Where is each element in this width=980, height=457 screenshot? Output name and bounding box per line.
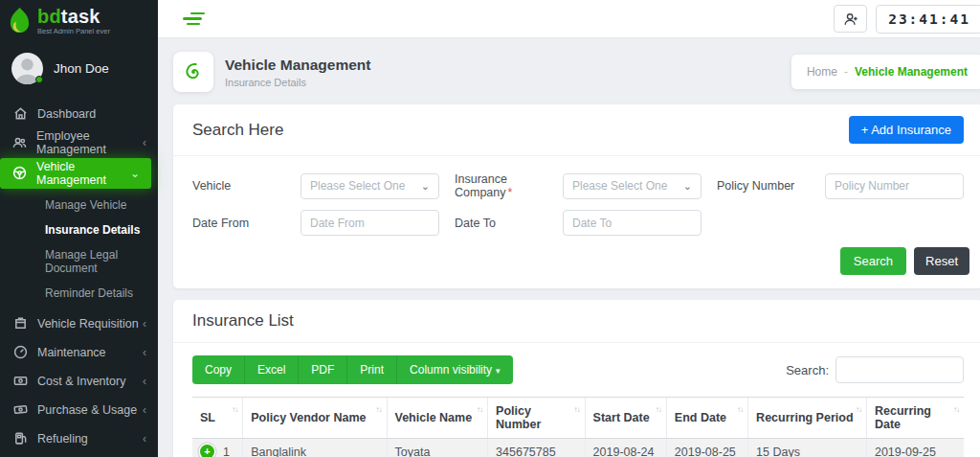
submenu-item-reminder-details[interactable]: Reminder Details <box>0 281 158 306</box>
table-header-row: SL↑↓ Policy Vendor Name↑↓ Vehicle Name↑↓… <box>192 398 964 439</box>
header-end-date[interactable]: End Date↑↓ <box>666 398 747 439</box>
insurance-company-select[interactable]: Please Select One ⌄ <box>563 173 702 199</box>
pdf-button[interactable]: PDF <box>299 355 347 384</box>
breadcrumb-current: Vehicle Management <box>855 65 968 79</box>
date-to-label: Date To <box>455 217 563 230</box>
header-sl[interactable]: SL↑↓ <box>192 398 243 439</box>
reset-button[interactable]: Reset <box>914 247 969 275</box>
brand-logo: bdtask Best Admin Panel ever <box>0 0 158 41</box>
page-header: Vehicle Management Insurance Details Hom… <box>173 52 980 92</box>
header-start-date[interactable]: Start Date↑↓ <box>585 398 666 439</box>
sidebar-toggle-hamburger-icon[interactable] <box>183 12 205 26</box>
search-form: Vehicle Please Select One ⌄ Insurance Co… <box>173 156 980 241</box>
home-icon <box>12 106 28 122</box>
sort-icon: ↑↓ <box>737 405 743 414</box>
add-user-button[interactable] <box>834 5 867 33</box>
submenu-item-manage-vehicle[interactable]: Manage Vehicle <box>0 193 158 217</box>
user-name: Jhon Doe <box>54 61 109 76</box>
search-panel: Search Here + Add Insurance Vehicle Plea… <box>173 104 980 288</box>
sort-icon: ↑↓ <box>953 405 959 414</box>
clock-time: 23:41:41 <box>888 11 970 27</box>
breadcrumb-home-link[interactable]: Home <box>807 65 837 79</box>
fuel-pump-icon <box>12 431 28 446</box>
header-vehicle-name[interactable]: Vehicle Name↑↓ <box>387 398 488 439</box>
sidebar: bdtask Best Admin Panel ever Jhon Doe <box>0 0 158 457</box>
chevron-down-icon: ⌄ <box>683 180 692 193</box>
add-insurance-button[interactable]: + Add Insurance <box>849 116 964 144</box>
sidebar-item-maintenance[interactable]: Maintenance ‹ <box>0 338 158 367</box>
app-root: bdtask Best Admin Panel ever Jhon Doe <box>0 0 980 457</box>
chevron-left-icon: ‹ <box>143 376 146 387</box>
gauge-icon <box>12 345 28 360</box>
online-status-dot <box>35 76 43 83</box>
table-search-label: Search: <box>786 363 829 377</box>
banknote-icon <box>12 374 28 389</box>
required-asterisk: * <box>508 186 513 199</box>
export-button-group: Copy Excel PDF Print Column visibility▾ <box>192 355 513 384</box>
vehicle-management-submenu: Manage Vehicle Insurance Details Manage … <box>0 190 158 309</box>
digital-clock: 23:41:41 <box>876 5 980 34</box>
sort-icon: ↑↓ <box>856 405 861 414</box>
sidebar-item-purchase-usage[interactable]: Purchase & Usage ‹ <box>0 396 158 424</box>
page-title: Vehicle Management <box>225 57 370 74</box>
excel-button[interactable]: Excel <box>245 355 299 384</box>
vehicle-label: Vehicle <box>192 179 301 193</box>
insurance-list-title: Insurance List <box>192 311 294 331</box>
topbar: 23:41:41 <box>158 0 980 38</box>
person-add-icon <box>843 11 858 27</box>
chevron-left-icon: ‹ <box>143 433 146 445</box>
copy-button[interactable]: Copy <box>192 355 245 384</box>
search-panel-title: Search Here <box>192 121 283 140</box>
breadcrumb-separator: - <box>844 65 848 79</box>
search-button[interactable]: Search <box>840 247 906 275</box>
chevron-down-icon: ⌄ <box>421 180 430 193</box>
brand-name: bdtask <box>37 7 110 26</box>
header-policy-vendor-name[interactable]: Policy Vendor Name↑↓ <box>243 398 387 439</box>
page-content: Vehicle Management Insurance Details Hom… <box>158 38 980 457</box>
date-to-input[interactable] <box>563 210 702 236</box>
date-from-label: Date From <box>192 217 301 230</box>
main-area: 23:41:41 Vehicle Management Insurance De… <box>158 0 980 457</box>
header-recurring-period[interactable]: Recurring Period↑↓ <box>748 398 867 439</box>
sidebar-item-cost-inventory[interactable]: Cost & Inventory ‹ <box>0 367 158 396</box>
column-visibility-button[interactable]: Column visibility▾ <box>397 355 513 384</box>
sort-icon: ↑↓ <box>656 405 661 414</box>
page-subtitle: Insurance Details <box>225 77 370 88</box>
sidebar-item-refueling[interactable]: Refueling ‹ <box>0 424 158 453</box>
chevron-left-icon: ‹ <box>143 137 146 149</box>
sort-icon: ↑↓ <box>477 405 482 414</box>
table-search-input[interactable] <box>835 356 964 383</box>
insurance-list-panel: Insurance List Copy Excel PDF Print Colu… <box>173 300 980 457</box>
money-icon <box>12 402 28 418</box>
chevron-left-icon: ‹ <box>143 347 146 358</box>
sort-icon: ↑↓ <box>232 405 237 414</box>
submenu-item-manage-legal-document[interactable]: Manage Legal Document <box>0 242 158 281</box>
page-icon-card <box>173 52 213 92</box>
date-from-input[interactable] <box>301 210 439 236</box>
breadcrumb: Home - Vehicle Management <box>791 55 980 89</box>
spiral-icon <box>182 60 205 83</box>
sidebar-item-employee-management[interactable]: Employee Management ‹ <box>0 128 158 157</box>
sidebar-item-vehicle-requisition[interactable]: Vehicle Requisition ‹ <box>0 309 158 338</box>
chevron-down-icon: ⌄ <box>130 168 140 179</box>
users-icon <box>12 135 27 150</box>
sort-icon: ↑↓ <box>376 405 382 414</box>
sidebar-item-dashboard[interactable]: Dashboard <box>0 100 158 128</box>
insurance-company-label: Insurance Company* <box>455 172 563 199</box>
header-policy-number[interactable]: Policy Number↑↓ <box>488 398 586 439</box>
chevron-left-icon: ‹ <box>143 318 146 330</box>
policy-number-input[interactable] <box>825 173 964 199</box>
sidebar-nav: Dashboard Employee Management ‹ Vehicle … <box>0 100 158 453</box>
insurance-table: SL↑↓ Policy Vendor Name↑↓ Vehicle Name↑↓… <box>192 397 964 457</box>
print-button[interactable]: Print <box>347 355 397 384</box>
header-recurring-date[interactable]: Recurring Date↑↓ <box>866 398 964 439</box>
vehicle-select[interactable]: Please Select One ⌄ <box>301 173 439 199</box>
policy-number-label: Policy Number <box>717 179 825 193</box>
requisition-icon <box>12 316 28 331</box>
steering-wheel-icon <box>12 166 27 181</box>
expand-row-button[interactable]: + <box>200 445 214 457</box>
sidebar-item-vehicle-management[interactable]: Vehicle Management ⌄ <box>0 158 151 189</box>
table-row: +1 Banglalink Toyata 345675785 2019-08-2… <box>192 439 964 457</box>
submenu-item-insurance-details[interactable]: Insurance Details <box>0 217 158 242</box>
user-profile: Jhon Doe <box>0 41 158 98</box>
